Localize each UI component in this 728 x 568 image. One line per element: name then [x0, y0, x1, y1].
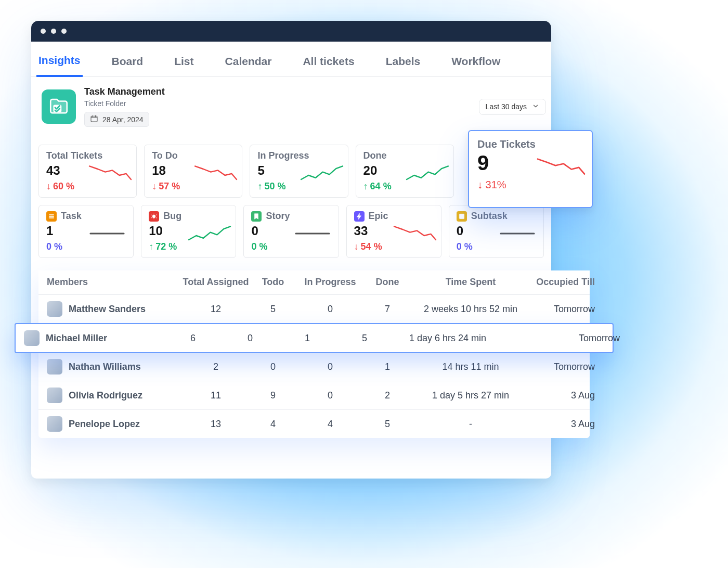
window-control-max[interactable] [61, 29, 67, 34]
member-cell: Penelope Lopez [47, 416, 182, 432]
type-card-story[interactable]: Story00 % [243, 205, 339, 258]
cell-occupied-till: Tomorrow [508, 333, 623, 344]
page-header: Task Management Ticket Folder 28 Apr, 20… [31, 77, 551, 127]
cell-occupied-till: Tomorrow [530, 304, 598, 315]
table-row[interactable]: Olivia Rodriguez119021 day 5 hrs 27 min3… [38, 381, 590, 410]
type-label: Bug [149, 211, 228, 222]
cell-inprog: 4 [296, 419, 364, 430]
svg-rect-4 [49, 217, 54, 218]
arrow-down-icon: ↓ [354, 241, 359, 252]
sparkline [195, 163, 237, 184]
table-row[interactable]: Michael Miller60151 day 6 hrs 24 minTomo… [15, 323, 614, 353]
cell-assigned: 12 [182, 304, 250, 315]
cell-todo: 0 [250, 362, 296, 372]
arrow-down-icon: ↓ [46, 181, 51, 192]
arrow-down-icon: ↓ [152, 181, 157, 192]
table-row[interactable]: Nathan Williams200114 hrs 11 minTomorrow [38, 353, 590, 381]
window-control-close[interactable] [41, 29, 46, 34]
members-table-wrap: MembersTotal AssignedTodoIn ProgressDone… [38, 270, 590, 438]
folder-icon [42, 89, 76, 124]
sparkline [292, 223, 333, 244]
col-in-progress[interactable]: In Progress [296, 277, 364, 288]
bug-icon [149, 211, 159, 222]
due-sparkline [538, 154, 584, 180]
due-delta: ↓ 31% [477, 179, 583, 191]
type-card-epic[interactable]: Epic33↓54 % [346, 205, 441, 258]
col-occupied-till[interactable]: Occupied Till [530, 277, 598, 288]
arrow-up-icon: ↑ [363, 181, 368, 192]
tab-calendar[interactable]: Calendar [223, 50, 274, 76]
type-delta: 0 % [46, 241, 62, 252]
calendar-icon [90, 114, 98, 124]
cell-done: 2 [364, 390, 411, 401]
stat-delta: ↓60 % [46, 181, 74, 192]
cell-occupied-till: 3 Aug [530, 419, 598, 430]
type-card-subtask[interactable]: Subtask00 % [449, 205, 544, 258]
cell-inprog: 1 [274, 333, 341, 344]
page-title: Task Management [84, 86, 165, 97]
stat-delta: ↓57 % [152, 181, 180, 192]
stat-card-to-do[interactable]: To Do 18 ↓57 % [144, 145, 242, 198]
type-label: Epic [354, 211, 434, 222]
stat-card-total-tickets[interactable]: Total Tickets 43 ↓60 % [38, 145, 137, 198]
sparkline [301, 163, 343, 184]
member-cell: Michael Miller [24, 330, 159, 346]
type-card-bug[interactable]: Bug10↑72 % [141, 205, 236, 258]
stat-label: To Do [152, 150, 235, 161]
app-window: InsightsBoardListCalendarAll ticketsLabe… [31, 21, 551, 479]
avatar [47, 301, 62, 317]
date-value: 28 Apr, 2024 [102, 115, 144, 124]
epic-icon [354, 211, 365, 222]
cell-assigned: 6 [159, 333, 227, 344]
date-range-select[interactable]: Last 30 days [479, 99, 546, 115]
sparkline [497, 223, 538, 244]
type-delta: ↑72 % [149, 241, 177, 252]
sparkline [89, 163, 131, 184]
stat-label: In Progress [257, 150, 340, 161]
col-done[interactable]: Done [364, 277, 411, 288]
avatar [47, 416, 62, 432]
due-tickets-card[interactable]: Due Tickets 9 ↓ 31% [468, 130, 593, 208]
avatar [47, 359, 62, 375]
type-delta: 0 % [457, 241, 473, 252]
tab-insights[interactable]: Insights [36, 49, 83, 77]
stat-card-in-progress[interactable]: In Progress 5 ↑50 % [250, 145, 348, 198]
sparkline [86, 223, 128, 244]
window-titlebar [31, 21, 551, 42]
col-time-spent[interactable]: Time Spent [411, 277, 530, 288]
stat-delta: ↑64 % [363, 181, 392, 192]
date-chip[interactable]: 28 Apr, 2024 [84, 112, 149, 127]
tab-list[interactable]: List [172, 50, 196, 76]
cell-done: 7 [364, 304, 411, 315]
member-cell: Nathan Williams [47, 359, 182, 375]
cell-time-spent: 2 weeks 10 hrs 52 min [411, 304, 530, 315]
stat-label: Done [363, 150, 446, 161]
table-row[interactable]: Matthew Sanders125072 weeks 10 hrs 52 mi… [38, 295, 590, 324]
col-todo[interactable]: Todo [250, 277, 296, 288]
tab-labels[interactable]: Labels [384, 50, 423, 76]
window-control-min[interactable] [51, 29, 56, 34]
member-cell: Olivia Rodriguez [47, 388, 182, 403]
cell-time-spent: 1 day 6 hrs 24 min [388, 333, 508, 344]
tab-board[interactable]: Board [110, 50, 146, 76]
cell-todo: 0 [227, 333, 274, 344]
cell-time-spent: 14 hrs 11 min [411, 362, 530, 372]
avatar [24, 330, 40, 346]
cell-done: 5 [341, 333, 388, 344]
stat-card-done[interactable]: Done 20 ↑64 % [356, 145, 454, 198]
cell-inprog: 0 [296, 390, 364, 401]
table-row[interactable]: Penelope Lopez13445-3 Aug [38, 410, 590, 438]
cell-assigned: 13 [182, 419, 250, 430]
col-members[interactable]: Members [47, 277, 182, 288]
cell-inprog: 0 [296, 304, 364, 315]
col-total-assigned[interactable]: Total Assigned [182, 277, 250, 288]
arrow-down-icon: ↓ [477, 179, 483, 190]
svg-rect-1 [91, 116, 97, 122]
subtask-icon [457, 211, 467, 222]
type-card-task[interactable]: Task10 % [38, 205, 134, 258]
tab-workflow[interactable]: Workflow [449, 50, 502, 76]
tab-all-tickets[interactable]: All tickets [301, 50, 356, 76]
cell-todo: 9 [250, 390, 296, 401]
cell-todo: 4 [250, 419, 296, 430]
cell-time-spent: - [411, 419, 530, 430]
